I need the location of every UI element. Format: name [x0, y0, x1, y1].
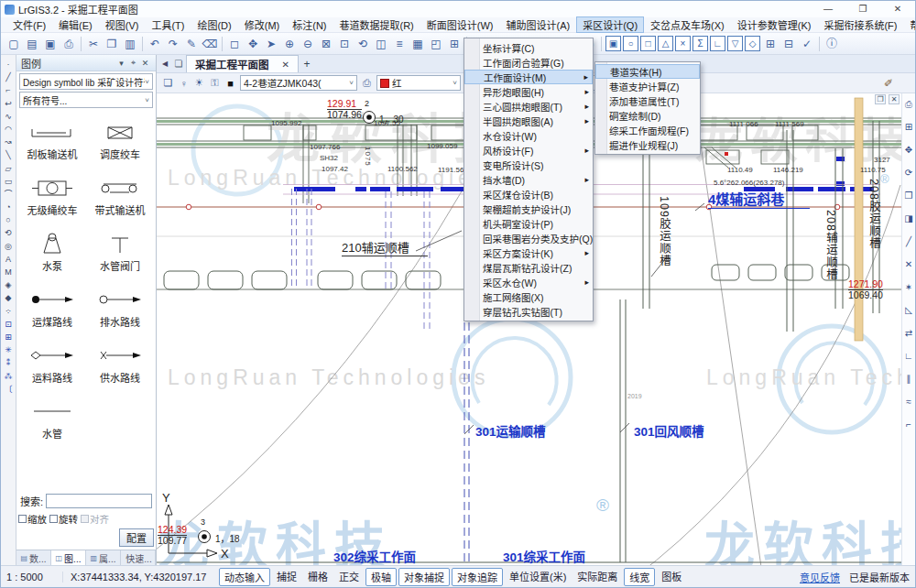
plot-icon[interactable]: ⎙	[905, 99, 912, 122]
gradient-icon[interactable]: ◆	[5, 291, 12, 304]
label-num-1100[interactable]: 1100.562	[387, 165, 418, 173]
snap-center-icon[interactable]: ○	[623, 36, 638, 51]
draw-revolve-icon[interactable]: ⟲	[5, 226, 12, 239]
zoom-scale-icon[interactable]: ⊡	[335, 36, 354, 52]
pin-icon[interactable]: ⌖	[127, 58, 139, 68]
zoom-in-icon[interactable]: ⊕	[280, 36, 299, 52]
new-icon[interactable]: ▢	[5, 36, 23, 52]
snap-intersection-icon[interactable]: ×	[675, 36, 691, 51]
config-button[interactable]: 配置	[119, 528, 154, 547]
draw-arc-icon[interactable]: ⌒	[4, 188, 12, 201]
menu-design-params[interactable]: 设计参数管理(K)	[731, 16, 818, 33]
hatch-icon[interactable]: ◈	[5, 278, 12, 291]
feedback-link[interactable]: 意见反馈	[800, 570, 840, 584]
label-elevation-3[interactable]: 1271.90 1069.40	[848, 279, 883, 300]
dd-three-arc-blast[interactable]: 三心圆拱炮眼图(T)	[464, 99, 593, 114]
snap-triangle-icon[interactable]: △	[658, 36, 673, 51]
eraser-icon[interactable]: ⌫	[201, 36, 219, 52]
open-icon[interactable]: ▤	[23, 36, 41, 52]
toggle-ortho[interactable]: 正交	[334, 568, 364, 586]
toggle-dynamic-input[interactable]: 动态输入	[219, 568, 270, 586]
mtext-icon[interactable]: M	[5, 266, 12, 278]
match-props-icon[interactable]: ❏	[160, 77, 176, 89]
snap-extension-icon[interactable]: Σ	[692, 36, 708, 51]
toolbar-icon[interactable]	[81, 37, 82, 51]
pan-icon[interactable]: ✥	[244, 36, 262, 52]
dd-irregular-blast[interactable]: 异形炮眼图(H)	[464, 84, 593, 99]
group-icon[interactable]: ⊞	[761, 36, 780, 52]
label-tunnel-301-return[interactable]: 301回风顺槽	[634, 421, 704, 440]
legend-item-endless-rope-winch[interactable]: 无级绳绞车	[18, 173, 86, 229]
viewport-icon[interactable]: ◫	[372, 36, 390, 52]
mirror-icon[interactable]: ◨	[904, 213, 912, 236]
label-tunnel-208-belt[interactable]: 208胶运顺槽	[866, 179, 883, 250]
label-num-sh32[interactable]: SH32	[320, 154, 338, 162]
label-tunnel-109[interactable]: 109胶运顺槽	[656, 196, 673, 267]
line2-icon[interactable]: ╱	[906, 236, 911, 259]
toolbar-icon[interactable]	[222, 37, 223, 51]
divide-icon[interactable]: ⁘	[5, 305, 12, 318]
label-benchmark3[interactable]: 1，18	[215, 531, 240, 545]
minimize-button[interactable]: —	[811, 1, 845, 17]
draw-pie-icon[interactable]: ◔	[5, 201, 10, 213]
label-shaft-1075[interactable]: 1075	[364, 147, 372, 167]
sm-excavation-regulation[interactable]: 掘进作业规程(J)	[595, 137, 700, 152]
layer-sun-icon[interactable]: ☀	[191, 77, 207, 89]
chamfer-icon[interactable]: ◺	[905, 305, 912, 328]
select-icon[interactable]: ➤	[262, 36, 280, 52]
offset-icon[interactable]: ⇄	[905, 328, 912, 351]
toggle-lineweight[interactable]: 线宽	[624, 568, 655, 586]
cut-icon[interactable]: ✂	[84, 36, 103, 52]
label-tunnel-301-transport[interactable]: 301运输顺槽	[475, 421, 546, 440]
explode-icon[interactable]: ✶	[905, 282, 912, 305]
rotate-icon[interactable]: ⟳	[905, 168, 912, 191]
draw-revcloud-icon[interactable]: ↩	[5, 97, 12, 110]
draw-zigzag-icon[interactable]: ↝	[5, 136, 12, 148]
label-elevation-1[interactable]: 129.91 1074.96	[327, 99, 362, 120]
legend-item-water-pump[interactable]: 水泵	[18, 229, 86, 285]
snap-quadrant-icon[interactable]: ◇	[745, 36, 760, 51]
region-icon[interactable]: ▦	[409, 36, 427, 52]
copy-icon[interactable]: ❐	[103, 36, 121, 52]
match2-icon[interactable]: ⌐	[906, 419, 911, 442]
chk-align[interactable]: 对齐	[81, 512, 109, 526]
tab-add-icon[interactable]: +	[299, 56, 315, 72]
paste-icon[interactable]: ▥	[121, 36, 139, 52]
draw-point-icon[interactable]: ·	[7, 58, 10, 71]
snap-perpendicular-icon[interactable]: ∟	[710, 36, 725, 51]
toolbar-icon[interactable]	[819, 37, 820, 51]
snap-node-icon[interactable]: □	[640, 36, 656, 51]
layer-manager-icon[interactable]: ≡	[390, 36, 409, 52]
copy2-icon[interactable]: ❐	[905, 191, 913, 213]
view-back-icon[interactable]: ⟲	[354, 36, 372, 52]
menu-section-design[interactable]: 断面图设计(W)	[420, 16, 500, 33]
tab-nav-left-icon[interactable]: ◀	[158, 56, 171, 72]
node-edit-icon[interactable]: ✳	[5, 343, 12, 356]
label-tunnel-4coal[interactable]: 4煤辅运斜巷	[708, 189, 810, 209]
dd-coal-bunker-design[interactable]: 采区煤仓设计(B)	[464, 187, 593, 201]
trim-icon[interactable]: ∥	[907, 374, 911, 397]
menu-tools[interactable]: 工具(T)	[145, 16, 191, 33]
layer-color-icon[interactable]: ■	[223, 78, 238, 89]
dd-sump-design[interactable]: 水仓设计(W)	[464, 128, 593, 143]
sm-chamber-draw[interactable]: 硐室绘制(D)	[595, 108, 700, 123]
array-icon[interactable]: ⁑	[6, 356, 11, 369]
dd-cross-layer-drill[interactable]: 穿层钻孔实钻图(T)	[464, 304, 593, 319]
toggle-polar[interactable]: 极轴	[365, 568, 397, 586]
brush-icon[interactable]: ✐	[884, 77, 893, 90]
viewport-restore-icon[interactable]: ❐	[875, 94, 886, 104]
sm-mining-face-regulation[interactable]: 综采工作面规程(F)	[595, 123, 700, 137]
panel-tab-legend[interactable]: ◫图...	[51, 550, 86, 565]
dd-area-sump[interactable]: 采区水仓(W)	[464, 275, 593, 289]
toggle-object-snap[interactable]: 对象捕捉	[398, 568, 450, 586]
confirm-icon[interactable]: ✓	[798, 36, 816, 52]
menu-file[interactable]: 文件(F)	[6, 16, 52, 33]
label-elevation-2[interactable]: 124.39 109.77	[158, 525, 187, 546]
insert-block-icon[interactable]: ⊞	[5, 331, 12, 343]
label-num-1191[interactable]: 1191.56	[438, 166, 463, 174]
dd-network-diagram[interactable]: 施工网络图(X)	[464, 289, 593, 304]
draw-spline-icon[interactable]: ∿	[5, 110, 12, 123]
tab-close-icon[interactable]: ✕	[282, 60, 289, 70]
chk-rotate[interactable]: 旋转	[49, 512, 78, 526]
label-num-1095[interactable]: 1095.992	[271, 119, 301, 127]
